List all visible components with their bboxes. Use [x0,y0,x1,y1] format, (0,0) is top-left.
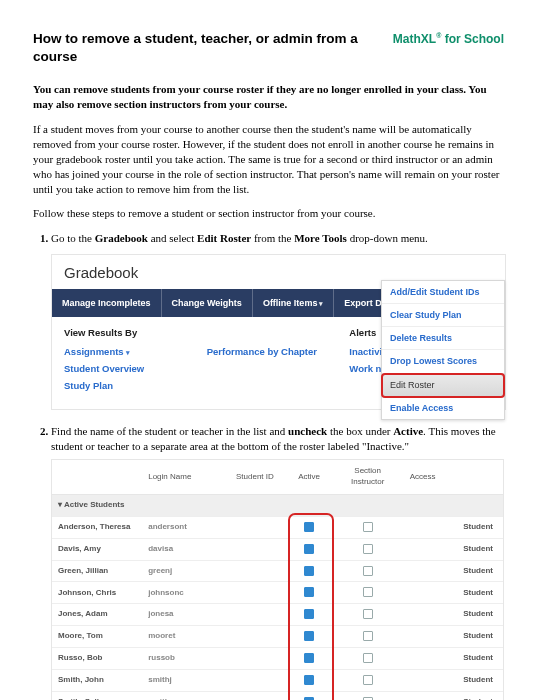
dd-item-drop-lowest[interactable]: Drop Lowest Scores [382,350,504,373]
col-access: Access [404,460,503,494]
cell-student-id [223,626,286,648]
step-1-mid: and select [148,232,197,244]
active-checkbox[interactable] [304,675,314,685]
cell-active [286,582,331,604]
cell-login: greenj [142,560,223,582]
section-instructor-checkbox[interactable] [363,566,373,576]
dd-item-edit-roster[interactable]: Edit Roster [382,374,504,397]
dd-item-enable-access[interactable]: Enable Access [382,397,504,419]
tab-offline-items[interactable]: Offline Items [253,289,334,317]
step-1: Go to the Gradebook and select Edit Rost… [51,231,504,409]
cell-active [286,692,331,701]
cell-name: Russo, Bob [52,648,142,670]
group-active-students[interactable]: ▾ Active Students [52,494,503,516]
section-instructor-checkbox[interactable] [363,609,373,619]
cell-student-id [223,516,286,538]
section-instructor-checkbox[interactable] [363,653,373,663]
cell-active [286,648,331,670]
cell-login: smithj [142,670,223,692]
col-student-id: Student ID [223,460,286,494]
cell-name: Green, Jillian [52,560,142,582]
cell-access: Student [404,538,503,560]
step-1-mid2: from the [251,232,294,244]
cell-access: Student [404,670,503,692]
cell-section-instructor [332,626,404,648]
cell-access: Student [404,604,503,626]
table-row: Russo, BobrussobStudent [52,648,503,670]
cell-active [286,670,331,692]
active-checkbox[interactable] [304,631,314,641]
cell-name: Jones, Adam [52,604,142,626]
step-1-bold-1: Gradebook [95,232,148,244]
table-row: Anderson, TheresaandersontStudent [52,516,503,538]
active-checkbox[interactable] [304,522,314,532]
cell-name: Johnson, Chris [52,582,142,604]
cell-student-id [223,538,286,560]
cell-student-id [223,582,286,604]
link-student-overview[interactable]: Student Overview [64,363,207,376]
cell-login: mooret [142,626,223,648]
table-row: Moore, TommooretStudent [52,626,503,648]
step-1-prefix: Go to the [51,232,95,244]
cell-access: Student [404,626,503,648]
step-2-text: Find the name of the student or teacher … [51,425,496,452]
table-row: Smith, SallysmithsStudent [52,692,503,701]
cell-login: johnsonc [142,582,223,604]
cell-name: Smith, John [52,670,142,692]
tab-change-weights[interactable]: Change Weights [162,289,253,317]
cell-section-instructor [332,604,404,626]
cell-login: davisa [142,538,223,560]
step-1-suffix: drop-down menu. [347,232,428,244]
more-tools-dropdown: Add/Edit Student IDs Clear Study Plan De… [381,280,505,420]
col-active: Active [286,460,331,494]
cell-section-instructor [332,670,404,692]
cell-access: Student [404,516,503,538]
step-2-mid: the box under [327,425,393,437]
dd-item-clear-study-plan[interactable]: Clear Study Plan [382,304,504,327]
dd-item-add-edit-ids[interactable]: Add/Edit Student IDs [382,281,504,304]
intro-paragraph: You can remove students from your course… [33,82,504,112]
section-instructor-checkbox[interactable] [363,675,373,685]
link-study-plan[interactable]: Study Plan [64,380,207,393]
table-row: Jones, AdamjonesaStudent [52,604,503,626]
cell-login: smiths [142,692,223,701]
cell-name: Anderson, Theresa [52,516,142,538]
cell-section-instructor [332,648,404,670]
step-2-bold-2: Active [393,425,423,437]
section-instructor-checkbox[interactable] [363,544,373,554]
brand-name: MathXL® for School [393,31,504,47]
roster-table-wrap: Login Name Student ID Active Section Ins… [51,459,504,700]
cell-section-instructor [332,582,404,604]
cell-section-instructor [332,692,404,701]
cell-login: jonesa [142,604,223,626]
section-instructor-checkbox[interactable] [363,631,373,641]
active-checkbox[interactable] [304,587,314,597]
cell-section-instructor [332,538,404,560]
roster-table: Login Name Student ID Active Section Ins… [52,460,503,700]
cell-access: Student [404,648,503,670]
tab-manage-incompletes[interactable]: Manage Incompletes [52,289,162,317]
dd-item-delete-results[interactable]: Delete Results [382,327,504,350]
step-1-text: Go to the Gradebook and select Edit Rost… [51,232,428,244]
cell-student-id [223,604,286,626]
view-results-header: View Results By [64,327,207,340]
section-instructor-checkbox[interactable] [363,522,373,532]
step-2: Find the name of the student or teacher … [51,424,504,700]
cell-name: Smith, Sally [52,692,142,701]
cell-active [286,604,331,626]
table-row: Davis, AmydavisaStudent [52,538,503,560]
page-title: How to remove a student, teacher, or adm… [33,30,393,66]
active-checkbox[interactable] [304,566,314,576]
active-checkbox[interactable] [304,653,314,663]
section-instructor-checkbox[interactable] [363,587,373,597]
step-2-prefix: Find the name of the student or teacher … [51,425,288,437]
table-row: Johnson, ChrisjohnsoncStudent [52,582,503,604]
active-checkbox[interactable] [304,609,314,619]
step-1-bold-3: More Tools [294,232,347,244]
body-paragraph-2: Follow these steps to remove a student o… [33,206,504,221]
active-checkbox[interactable] [304,544,314,554]
cell-student-id [223,692,286,701]
link-performance-by-chapter[interactable]: Performance by Chapter [207,346,350,359]
link-assignments[interactable]: Assignments [64,346,130,359]
cell-section-instructor [332,560,404,582]
